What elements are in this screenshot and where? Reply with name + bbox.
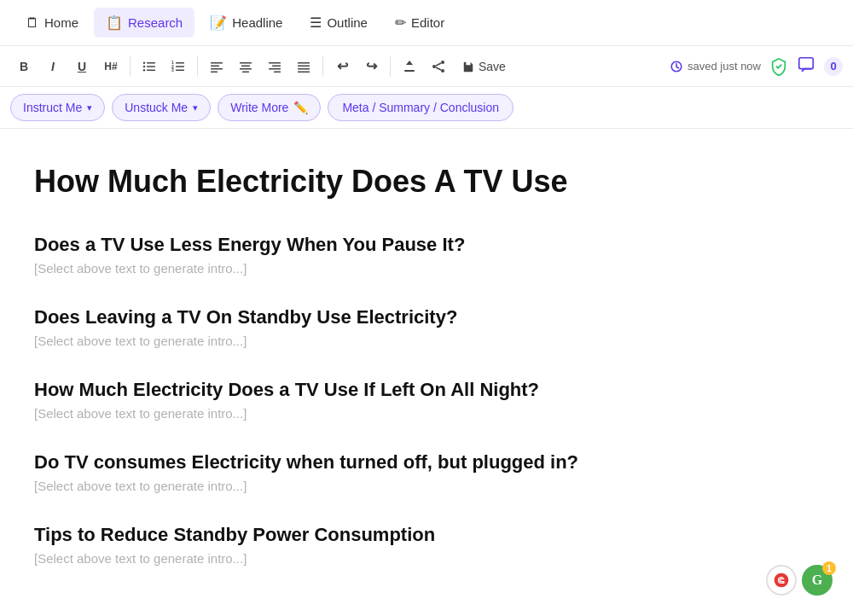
formatting-toolbar: B I U H# 123 ↩ ↪ Save saved j <box>0 46 853 87</box>
section-2-heading[interactable]: Does Leaving a TV On Standby Use Electri… <box>34 306 665 328</box>
align-center-button[interactable] <box>232 53 259 80</box>
svg-rect-6 <box>176 62 184 64</box>
svg-rect-21 <box>272 65 281 67</box>
unstuck-me-chevron: ▾ <box>193 102 198 113</box>
shield-icon[interactable] <box>769 57 788 76</box>
svg-rect-8 <box>176 69 184 71</box>
heading-button[interactable]: H# <box>97 53 125 80</box>
svg-point-29 <box>441 61 444 64</box>
svg-rect-17 <box>241 65 250 67</box>
write-more-icon: ✏️ <box>293 101 308 114</box>
svg-rect-18 <box>240 68 252 70</box>
toolbar-right: saved just now 0 <box>670 55 843 78</box>
divider-2 <box>197 56 198 77</box>
svg-rect-7 <box>176 66 184 67</box>
svg-rect-20 <box>269 62 281 64</box>
svg-line-32 <box>436 63 441 66</box>
svg-text:3: 3 <box>171 67 174 73</box>
redo-button[interactable]: ↪ <box>357 53 385 80</box>
nav-editor-label: Editor <box>411 15 444 30</box>
svg-rect-15 <box>211 71 218 73</box>
section-5-placeholder: [Select above text to generate intro...] <box>34 551 665 566</box>
svg-point-35 <box>775 573 789 588</box>
svg-rect-12 <box>211 62 223 64</box>
nav-research[interactable]: 📋 Research <box>94 8 194 38</box>
nav-outline-label: Outline <box>327 15 368 30</box>
nav-home-label: Home <box>44 15 78 30</box>
svg-point-3 <box>143 61 145 63</box>
bullet-list-button[interactable] <box>136 53 163 80</box>
align-left-button[interactable] <box>203 53 230 80</box>
nav-headline[interactable]: 📝 Headline <box>198 8 294 38</box>
meta-summary-button[interactable]: Meta / Summary / Conclusion <box>328 94 514 121</box>
editor-area: How Much Electricity Does A TV Use Does … <box>0 129 734 616</box>
bold-button[interactable]: B <box>10 53 38 80</box>
svg-rect-22 <box>269 68 281 70</box>
write-more-button[interactable]: Write More ✏️ <box>218 94 321 121</box>
section-1-placeholder: [Select above text to generate intro...] <box>34 261 665 276</box>
section-4: Do TV consumes Electricity when turned o… <box>34 451 665 493</box>
section-5: Tips to Reduce Standby Power Consumption… <box>34 524 665 566</box>
svg-rect-27 <box>298 71 310 73</box>
section-2-placeholder: [Select above text to generate intro...] <box>34 334 665 348</box>
svg-point-31 <box>432 65 436 68</box>
section-1: Does a TV Use Less Energy When You Pause… <box>34 234 665 276</box>
unstuck-me-label: Unstuck Me <box>125 101 188 114</box>
saved-status-text: saved just now <box>688 60 761 73</box>
nav-editor[interactable]: ✏ Editor <box>383 8 456 38</box>
svg-rect-16 <box>240 62 252 64</box>
share-button[interactable] <box>425 53 452 80</box>
bottom-right-icons: G 1 <box>766 565 833 596</box>
svg-rect-24 <box>298 62 310 64</box>
svg-rect-23 <box>274 71 281 73</box>
nav-outline[interactable]: ☰ Outline <box>298 8 380 38</box>
section-1-heading[interactable]: Does a TV Use Less Energy When You Pause… <box>34 234 665 256</box>
align-right-button[interactable] <box>261 53 288 80</box>
export-button[interactable] <box>396 53 423 80</box>
nav-research-label: Research <box>128 15 183 30</box>
document-title[interactable]: How Much Electricity Does A TV Use <box>34 163 665 200</box>
section-2: Does Leaving a TV On Standby Use Electri… <box>34 306 665 348</box>
g-badge: 1 <box>822 561 836 575</box>
chat-icon[interactable] <box>797 55 815 78</box>
ai-toolbar: Instruct Me ▾ Unstuck Me ▾ Write More ✏️… <box>0 87 853 129</box>
section-3: How Much Electricity Does a TV Use If Le… <box>34 379 665 421</box>
svg-rect-14 <box>211 68 223 70</box>
section-4-heading[interactable]: Do TV consumes Electricity when turned o… <box>34 451 665 474</box>
save-label: Save <box>479 60 506 73</box>
unstuck-me-button[interactable]: Unstuck Me ▾ <box>112 94 211 121</box>
section-4-placeholder: [Select above text to generate intro...] <box>34 479 665 493</box>
divider-4 <box>390 56 391 77</box>
svg-rect-28 <box>404 70 415 72</box>
svg-rect-0 <box>147 62 155 64</box>
nav-home[interactable]: 🗒 Home <box>14 9 90 38</box>
nav-headline-label: Headline <box>232 15 282 30</box>
save-button[interactable]: Save <box>454 56 514 77</box>
saved-status: saved just now <box>670 60 761 73</box>
align-justify-button[interactable] <box>290 53 317 80</box>
g-extension-button[interactable]: G 1 <box>802 565 833 596</box>
section-3-heading[interactable]: How Much Electricity Does a TV Use If Le… <box>34 379 665 401</box>
underline-button[interactable]: U <box>68 53 96 80</box>
svg-point-30 <box>441 69 444 73</box>
ordered-list-button[interactable]: 123 <box>165 53 192 80</box>
svg-rect-34 <box>799 57 814 68</box>
instruct-me-label: Instruct Me <box>23 101 82 114</box>
svg-rect-25 <box>298 65 310 67</box>
svg-rect-19 <box>242 71 249 73</box>
grammarly-button[interactable] <box>766 565 797 596</box>
svg-rect-2 <box>147 69 155 71</box>
instruct-me-button[interactable]: Instruct Me ▾ <box>10 94 105 121</box>
editor-icon: ✏ <box>395 15 406 31</box>
top-nav: 🗒 Home 📋 Research 📝 Headline ☰ Outline ✏… <box>0 0 853 46</box>
research-icon: 📋 <box>106 15 123 31</box>
instruct-me-chevron: ▾ <box>87 102 92 113</box>
undo-button[interactable]: ↩ <box>328 53 356 80</box>
svg-line-33 <box>436 67 441 70</box>
svg-point-5 <box>143 69 145 71</box>
badge-count: 0 <box>824 57 843 76</box>
meta-summary-label: Meta / Summary / Conclusion <box>342 101 499 114</box>
italic-button[interactable]: I <box>39 53 67 80</box>
section-5-heading[interactable]: Tips to Reduce Standby Power Consumption <box>34 524 665 546</box>
divider-1 <box>130 56 131 77</box>
